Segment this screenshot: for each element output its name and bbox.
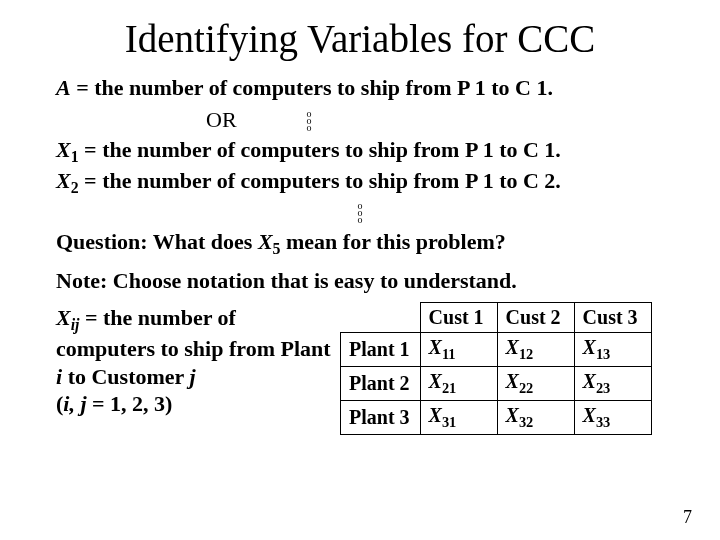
vertical-dots-icon: ooo: [358, 202, 363, 223]
col-header-3: Cust 3: [574, 303, 651, 333]
xij-j: j: [189, 364, 195, 389]
definition-x1: X1 = the number of computers to ship fro…: [56, 137, 664, 166]
def-x1-text: = the number of computers to ship from P…: [79, 137, 561, 162]
cell-sub: 12: [519, 346, 533, 362]
cell-var: X: [429, 370, 442, 392]
slide-title: Identifying Variables for CCC: [56, 16, 664, 61]
or-row: OR ooo: [56, 107, 664, 133]
cell-12: X12: [497, 333, 574, 367]
question-var: X: [258, 229, 273, 254]
cell-sub: 11: [442, 346, 456, 362]
cell-21: X21: [420, 367, 497, 401]
row-header-1: Plant 1: [341, 333, 421, 367]
slide: Identifying Variables for CCC A = the nu…: [0, 0, 720, 540]
table-row: Plant 1 X11 X12 X13: [341, 333, 652, 367]
xij-paren-rest: = 1, 2, 3): [87, 391, 173, 416]
cell-sub: 31: [442, 414, 456, 430]
definition-x2: X2 = the number of computers to ship fro…: [56, 168, 664, 197]
page-number: 7: [683, 507, 692, 528]
cell-sub: 32: [519, 414, 533, 430]
cell-var: X: [583, 370, 596, 392]
cell-sub: 23: [596, 380, 610, 396]
cell-13: X13: [574, 333, 651, 367]
cell-sub: 13: [596, 346, 610, 362]
var-x2: X: [56, 168, 71, 193]
xij-text1: = the number of computers to ship from P…: [56, 305, 331, 361]
table-row: Plant 2 X21 X22 X23: [341, 367, 652, 401]
table-row: Cust 1 Cust 2 Cust 3: [341, 303, 652, 333]
dots-row: ooo: [56, 200, 664, 225]
cell-var: X: [506, 336, 519, 358]
cell-11: X11: [420, 333, 497, 367]
cell-sub: 21: [442, 380, 456, 396]
or-label: OR: [206, 107, 237, 133]
sub-x2: 2: [71, 180, 79, 197]
cell-sub: 33: [596, 414, 610, 430]
question-post: mean for this problem?: [281, 229, 506, 254]
cell-var: X: [583, 404, 596, 426]
cell-32: X32: [497, 401, 574, 435]
row-header-2: Plant 2: [341, 367, 421, 401]
cell-var: X: [429, 336, 442, 358]
bottom-row: Xij = the number of computers to ship fr…: [56, 304, 664, 435]
definition-xij: Xij = the number of computers to ship fr…: [56, 304, 340, 418]
definition-a: A = the number of computers to ship from…: [56, 75, 664, 101]
def-x2-text: = the number of computers to ship from P…: [79, 168, 561, 193]
cell-var: X: [583, 336, 596, 358]
var-x1: X: [56, 137, 71, 162]
table-corner: [341, 303, 421, 333]
vertical-dots-icon: ooo: [307, 110, 312, 131]
col-header-1: Cust 1: [420, 303, 497, 333]
question-line: Question: What does X5 mean for this pro…: [56, 229, 664, 258]
matrix-table: Cust 1 Cust 2 Cust 3 Plant 1 X11 X12 X13…: [340, 302, 652, 435]
var-a: A: [56, 75, 71, 100]
xij-text2: to Customer: [62, 364, 189, 389]
cell-23: X23: [574, 367, 651, 401]
question-pre: Question: What does: [56, 229, 258, 254]
cell-22: X22: [497, 367, 574, 401]
table-row: Plant 3 X31 X32 X33: [341, 401, 652, 435]
xij-ij: i, j: [63, 391, 86, 416]
cell-sub: 22: [519, 380, 533, 396]
cell-var: X: [429, 404, 442, 426]
note-line: Note: Choose notation that is easy to un…: [56, 268, 664, 294]
row-header-3: Plant 3: [341, 401, 421, 435]
cell-33: X33: [574, 401, 651, 435]
sub-x1: 1: [71, 148, 79, 165]
cell-var: X: [506, 404, 519, 426]
var-xij: X: [56, 305, 71, 330]
col-header-2: Cust 2: [497, 303, 574, 333]
def-a-text: = the number of computers to ship from P…: [71, 75, 553, 100]
question-sub: 5: [273, 240, 281, 257]
cell-31: X31: [420, 401, 497, 435]
cell-var: X: [506, 370, 519, 392]
